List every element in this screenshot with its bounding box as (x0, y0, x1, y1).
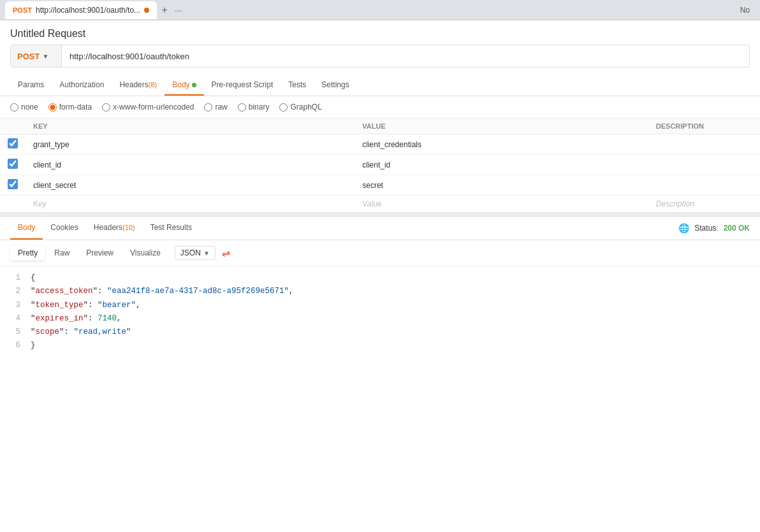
json-line-1: 1 { (10, 271, 750, 285)
row-1-value[interactable]: client_credentials (354, 134, 648, 155)
headers-badge: (8) (149, 81, 157, 89)
col-value-header: VALUE (354, 119, 648, 134)
col-key-header: KEY (26, 119, 354, 134)
body-type-formdata-radio[interactable] (48, 103, 57, 111)
format-select-label: JSON (180, 248, 201, 257)
fmt-tab-raw[interactable]: Raw (47, 245, 77, 261)
row-1-key[interactable]: grant_type (26, 134, 354, 155)
tab-headers[interactable]: Headers(8) (112, 75, 164, 96)
method-selector[interactable]: POST ▼ (11, 45, 62, 67)
fmt-tab-pretty[interactable]: Pretty (10, 245, 45, 261)
response-tabs-bar: Body Cookies Headers(10) Test Results 🌐 … (0, 217, 760, 240)
json-line-3: 3 "token_type": "bearer", (10, 299, 750, 312)
browser-tab-bar: POST http://localhost:9001/oauth/to... +… (0, 0, 760, 20)
tab-body[interactable]: Body (164, 75, 203, 96)
fmt-tab-preview[interactable]: Preview (78, 245, 121, 261)
tab-settings[interactable]: Settings (314, 75, 356, 96)
status-value: 200 OK (724, 224, 750, 233)
resp-tab-headers[interactable]: Headers(10) (86, 217, 143, 240)
table-row: grant_type client_credentials (0, 134, 760, 155)
row-3-checkbox[interactable] (8, 179, 18, 189)
body-type-urlencoded-radio[interactable] (102, 103, 110, 111)
body-dot (192, 83, 196, 87)
resp-tab-body[interactable]: Body (10, 217, 43, 240)
active-tab[interactable]: POST http://localhost:9001/oauth/to... (5, 1, 157, 19)
json-viewer: 1 { 2 "access_token": "eaa241f8-ae7a-431… (0, 266, 760, 358)
request-title: Untitled Request (0, 20, 760, 45)
resp-headers-badge: (10) (122, 224, 135, 231)
tab-params[interactable]: Params (10, 75, 52, 96)
row-1-desc (648, 134, 760, 155)
url-input[interactable] (62, 52, 749, 61)
row-2-key[interactable]: client_id (26, 155, 354, 175)
col-desc-header: DESCRIPTION (648, 119, 760, 134)
body-type-none[interactable]: none (10, 103, 38, 111)
placeholder-value: Value (354, 196, 648, 213)
row-2-checkbox[interactable] (8, 159, 18, 169)
body-type-urlencoded[interactable]: x-www-form-urlencoded (102, 103, 194, 111)
col-check-header (0, 119, 26, 134)
format-selector[interactable]: JSON ▼ (175, 246, 216, 260)
table-row: client_secret secret (0, 175, 760, 196)
json-line-5: 5 "scope": "read,write" (10, 326, 750, 339)
tab-more-button[interactable]: ··· (172, 4, 185, 17)
body-type-raw-radio[interactable] (204, 103, 212, 111)
body-type-row: none form-data x-www-form-urlencoded raw… (0, 96, 760, 119)
json-line-6: 6 } (10, 339, 750, 352)
row-3-key[interactable]: client_secret (26, 175, 354, 196)
json-line-2: 2 "access_token": "eaa241f8-ae7a-4317-ad… (10, 285, 750, 298)
tab-modified-dot (144, 8, 149, 13)
tab-url: http://localhost:9001/oauth/to... (36, 6, 140, 15)
body-type-graphql[interactable]: GraphQL (279, 103, 321, 111)
row-3-value[interactable]: secret (354, 175, 648, 196)
tab-partial: No (740, 6, 755, 15)
request-tabs: Params Authorization Headers(8) Body Pre… (0, 75, 760, 96)
row-3-desc (648, 175, 760, 196)
resp-tab-testresults[interactable]: Test Results (143, 217, 200, 240)
table-row-placeholder: Key Value Description (0, 196, 760, 213)
tab-authorization[interactable]: Authorization (52, 75, 112, 96)
body-type-formdata[interactable]: form-data (48, 103, 92, 111)
body-type-graphql-radio[interactable] (279, 103, 288, 111)
row-2-value[interactable]: client_id (354, 155, 648, 175)
placeholder-key: Key (26, 196, 354, 213)
resp-tab-cookies[interactable]: Cookies (43, 217, 85, 240)
kv-table: KEY VALUE DESCRIPTION grant_type client_… (0, 119, 760, 213)
status-label: Status: (694, 224, 718, 233)
body-type-binary-radio[interactable] (238, 103, 246, 111)
row-1-checkbox[interactable] (8, 138, 18, 148)
placeholder-desc: Description (648, 196, 760, 213)
url-bar: POST ▼ (10, 45, 750, 68)
json-line-4: 4 "expires_in": 7140, (10, 312, 750, 326)
new-tab-button[interactable]: + (157, 3, 172, 18)
body-type-none-radio[interactable] (10, 103, 18, 111)
format-tabs-bar: Pretty Raw Preview Visualize JSON ▼ ⇌ (0, 240, 760, 266)
status-area: 🌐 Status: 200 OK (678, 223, 750, 233)
globe-icon: 🌐 (678, 223, 689, 233)
body-type-binary[interactable]: binary (238, 103, 270, 111)
fmt-tab-visualize[interactable]: Visualize (122, 245, 168, 261)
body-type-raw[interactable]: raw (204, 103, 227, 111)
tab-tests[interactable]: Tests (281, 75, 314, 96)
word-wrap-icon[interactable]: ⇌ (222, 247, 230, 259)
table-row: client_id client_id (0, 155, 760, 175)
method-dropdown-arrow: ▼ (42, 53, 48, 60)
format-dropdown-arrow: ▼ (203, 250, 210, 257)
tab-method: POST (13, 6, 32, 14)
method-label: POST (17, 52, 40, 61)
row-2-desc (648, 155, 760, 175)
tab-prerequest[interactable]: Pre-request Script (204, 75, 281, 96)
